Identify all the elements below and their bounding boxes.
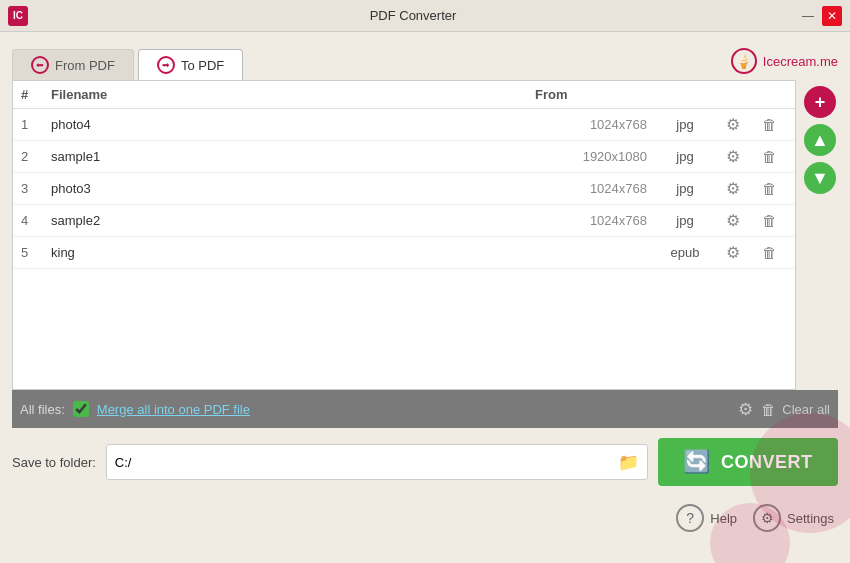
row-num: 5 [21, 245, 51, 260]
save-path-input[interactable] [115, 455, 618, 470]
convert-icon: 🔄 [683, 449, 711, 475]
table-header: # Filename From [13, 81, 795, 109]
row-delete-button[interactable]: 🗑 [751, 180, 787, 197]
row-dimensions: 1024x768 [535, 117, 655, 132]
row-filename: photo4 [51, 117, 535, 132]
row-filename: sample1 [51, 149, 535, 164]
footer-bar: All files: Merge all into one PDF file ⚙… [12, 390, 838, 428]
merge-checkbox[interactable] [73, 401, 89, 417]
all-files-label: All files: [20, 402, 65, 417]
row-dimensions: 1920x1080 [535, 149, 655, 164]
row-num: 3 [21, 181, 51, 196]
row-num: 4 [21, 213, 51, 228]
merge-label[interactable]: Merge all into one PDF file [97, 402, 250, 417]
trash-icon: 🗑 [761, 401, 776, 418]
app-icon-text: IC [13, 10, 23, 21]
tab-to-pdf-label: To PDF [181, 58, 224, 73]
row-filename: king [51, 245, 535, 260]
col-filename: Filename [51, 87, 535, 102]
save-input-wrapper: 📁 [106, 444, 648, 480]
row-format: jpg [655, 181, 715, 196]
tab-from-pdf[interactable]: ⬅ From PDF [12, 49, 134, 80]
side-buttons: + ▲ ▼ [796, 80, 838, 390]
icecream-label: Icecream.me [763, 54, 838, 69]
table-row: 4 sample2 1024x768 jpg ⚙ 🗑 [13, 205, 795, 237]
icecream-icon: 🍦 [731, 48, 757, 74]
row-settings-button[interactable]: ⚙ [715, 243, 751, 262]
row-delete-button[interactable]: 🗑 [751, 116, 787, 133]
row-format: jpg [655, 117, 715, 132]
tab-group: ⬅ From PDF ➡ To PDF [12, 49, 243, 80]
window-title: PDF Converter [28, 8, 798, 23]
from-pdf-icon: ⬅ [31, 56, 49, 74]
table-row: 2 sample1 1920x1080 jpg ⚙ 🗑 [13, 141, 795, 173]
table-row: 1 photo4 1024x768 jpg ⚙ 🗑 [13, 109, 795, 141]
tab-from-pdf-label: From PDF [55, 58, 115, 73]
window-controls: — ✕ [798, 6, 842, 26]
col-num: # [21, 87, 51, 102]
footer-settings-icon[interactable]: ⚙ [738, 399, 753, 420]
row-num: 1 [21, 117, 51, 132]
tab-to-pdf[interactable]: ➡ To PDF [138, 49, 243, 80]
row-dimensions: 1024x768 [535, 181, 655, 196]
icecream-link[interactable]: 🍦 Icecream.me [731, 48, 838, 74]
row-dimensions: 1024x768 [535, 213, 655, 228]
close-button[interactable]: ✕ [822, 6, 842, 26]
row-format: epub [655, 245, 715, 260]
browse-folder-button[interactable]: 📁 [618, 452, 639, 473]
row-delete-button[interactable]: 🗑 [751, 148, 787, 165]
file-table: # Filename From 1 photo4 1024x768 jpg ⚙ … [12, 80, 796, 390]
add-file-button[interactable]: + [804, 86, 836, 118]
help-icon: ? [676, 504, 704, 532]
table-body: 1 photo4 1024x768 jpg ⚙ 🗑 2 sample1 1920… [13, 109, 795, 389]
move-up-button[interactable]: ▲ [804, 124, 836, 156]
row-delete-button[interactable]: 🗑 [751, 212, 787, 229]
row-filename: sample2 [51, 213, 535, 228]
header-area: ⬅ From PDF ➡ To PDF 🍦 Icecream.me [0, 32, 850, 80]
move-down-button[interactable]: ▼ [804, 162, 836, 194]
row-num: 2 [21, 149, 51, 164]
app-icon: IC [8, 6, 28, 26]
row-settings-button[interactable]: ⚙ [715, 115, 751, 134]
row-delete-button[interactable]: 🗑 [751, 244, 787, 261]
row-settings-button[interactable]: ⚙ [715, 147, 751, 166]
col-from: From [535, 87, 715, 102]
row-filename: photo3 [51, 181, 535, 196]
row-format: jpg [655, 213, 715, 228]
row-settings-button[interactable]: ⚙ [715, 179, 751, 198]
to-pdf-icon: ➡ [157, 56, 175, 74]
row-format: jpg [655, 149, 715, 164]
save-label: Save to folder: [12, 455, 96, 470]
minimize-button[interactable]: — [798, 6, 818, 26]
titlebar: IC PDF Converter — ✕ [0, 0, 850, 32]
row-settings-button[interactable]: ⚙ [715, 211, 751, 230]
table-row: 3 photo3 1024x768 jpg ⚙ 🗑 [13, 173, 795, 205]
save-row: Save to folder: 📁 🔄 CONVERT [0, 428, 850, 496]
table-row: 5 king epub ⚙ 🗑 [13, 237, 795, 269]
